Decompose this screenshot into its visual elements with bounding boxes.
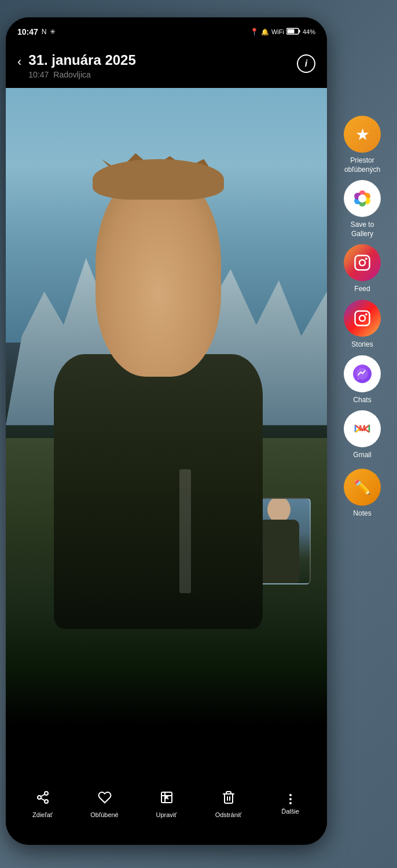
info-button[interactable]: i xyxy=(297,54,315,73)
bottom-bar: Zdieľať Obľúbené Upraviť xyxy=(6,770,327,845)
photo-area xyxy=(6,88,327,724)
share-item-feed[interactable]: Feed xyxy=(344,244,381,294)
trash-icon xyxy=(222,790,236,808)
svg-point-21 xyxy=(359,260,365,266)
feed-label: Feed xyxy=(354,285,370,294)
svg-rect-20 xyxy=(355,256,370,270)
share-action[interactable]: Zdieľať xyxy=(12,790,73,818)
share-item-stories[interactable]: Stories xyxy=(344,300,381,350)
photo-background xyxy=(6,88,327,724)
more-action[interactable]: Ďalšie xyxy=(259,794,321,815)
person-main xyxy=(54,171,263,629)
priestor-icon: ★ xyxy=(344,116,381,153)
svg-line-7 xyxy=(41,795,45,797)
instagram-stories-icon xyxy=(344,300,381,337)
share-item-priestor[interactable]: ★ Priestor obľúbených xyxy=(344,116,381,174)
gallery-label: Save to Gallery xyxy=(351,220,374,238)
header-time-location: 10:47 Radovljica xyxy=(28,70,135,79)
nfc-icon: N xyxy=(42,28,47,36)
svg-point-19 xyxy=(358,194,366,203)
header: ‹ 31. januára 2025 10:47 Radovljica i xyxy=(6,46,327,88)
instagram-feed-icon xyxy=(344,244,381,281)
gallery-icon xyxy=(344,180,381,217)
svg-rect-23 xyxy=(355,311,370,325)
header-left: ‹ 31. januára 2025 10:47 Radovljica xyxy=(17,52,136,79)
edit-action[interactable]: Upraviť xyxy=(135,790,197,818)
battery-icon xyxy=(286,28,300,36)
person-face xyxy=(95,171,220,377)
share-icon xyxy=(36,790,50,808)
edit-label: Upraviť xyxy=(156,811,177,818)
favorites-label: Obľúbené xyxy=(90,811,118,818)
header-info: 31. januára 2025 10:47 Radovljica xyxy=(28,52,135,79)
location-icon: 📍 xyxy=(250,28,259,36)
svg-point-22 xyxy=(365,258,367,260)
share-item-chats[interactable]: Chats xyxy=(344,355,381,405)
share-item-gmail[interactable]: M Gmail xyxy=(344,410,381,460)
gmail-label: Gmail xyxy=(353,451,371,460)
thumbnail-person xyxy=(259,520,299,583)
gmail-icon: M xyxy=(344,410,381,447)
delete-label: Odstrániť xyxy=(215,811,242,818)
notes-label: Notes xyxy=(353,509,371,518)
photo-content xyxy=(6,88,327,724)
svg-rect-1 xyxy=(299,30,300,32)
status-right: 📍 🔔 WiFi 44% xyxy=(250,28,315,36)
person-face-bg xyxy=(95,171,220,377)
favorites-action[interactable]: Obľúbené xyxy=(73,790,135,818)
battery-percent: 44% xyxy=(303,28,315,35)
svg-text:M: M xyxy=(359,424,366,433)
phone-frame: 10:47 N ✳ 📍 🔔 WiFi 44% ‹ 31. januára 202… xyxy=(6,17,327,845)
header-date: 31. januára 2025 xyxy=(28,52,135,69)
back-button[interactable]: ‹ xyxy=(17,54,21,69)
status-left: 10:47 N ✳ xyxy=(17,27,56,36)
share-item-gallery[interactable]: Save to Gallery xyxy=(344,180,381,238)
jacket-stripe xyxy=(179,469,191,593)
header-location: Radovljica xyxy=(53,70,91,79)
svg-line-6 xyxy=(41,799,45,801)
more-icon xyxy=(289,794,292,804)
chats-icon xyxy=(344,355,381,392)
wifi-icon: WiFi xyxy=(271,28,284,35)
status-bar: 10:47 N ✳ 📍 🔔 WiFi 44% xyxy=(6,17,327,46)
header-time: 10:47 xyxy=(28,70,49,79)
priestor-label: Priestor obľúbených xyxy=(344,156,380,174)
stories-label: Stories xyxy=(351,340,373,350)
notification-icon: 🔔 xyxy=(261,28,269,36)
chats-label: Chats xyxy=(353,396,371,405)
edit-icon xyxy=(160,790,174,808)
svg-point-25 xyxy=(365,313,367,315)
star-icon: ✳ xyxy=(50,28,56,36)
svg-point-24 xyxy=(359,315,365,321)
status-time: 10:47 xyxy=(17,27,38,36)
person-hair xyxy=(93,159,223,200)
more-label: Ďalšie xyxy=(281,808,299,815)
delete-action[interactable]: Odstrániť xyxy=(197,790,259,818)
heart-icon xyxy=(98,790,112,808)
share-item-notes[interactable]: ✏️ Notes xyxy=(344,469,381,518)
share-panel: ★ Priestor obľúbených Save to Gallery xyxy=(328,116,397,524)
thumbnail-head xyxy=(267,498,291,523)
notes-icon: ✏️ xyxy=(344,469,381,506)
person-jacket xyxy=(54,354,263,629)
share-label: Zdieľať xyxy=(32,811,53,818)
svg-rect-2 xyxy=(287,29,294,33)
